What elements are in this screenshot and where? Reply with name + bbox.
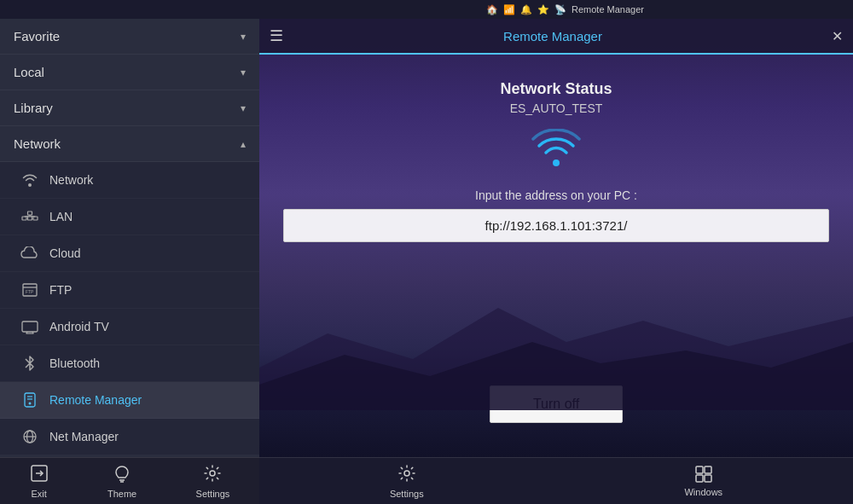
svg-rect-1 — [28, 217, 32, 220]
net-manager-icon — [20, 427, 39, 446]
sidebar-item-ftp[interactable]: FTP FTP — [0, 272, 259, 309]
remote-icon-bar: 📡 — [554, 4, 566, 15]
theme-button[interactable]: Theme — [94, 461, 150, 502]
sidebar-item-net-manager[interactable]: Net Manager — [0, 419, 259, 455]
network-ssid: ES_AUTO_TEST — [510, 101, 603, 115]
svg-rect-3 — [28, 211, 32, 215]
local-chevron: ▾ — [241, 67, 246, 78]
wifi-icon — [20, 171, 39, 189]
ftp-icon: FTP — [20, 281, 39, 299]
home-icon: 🏠 — [486, 4, 498, 15]
settings-sidebar-icon — [203, 464, 222, 487]
content-area: ☰ Remote Manager ✕ Network Status ES_AUT… — [259, 19, 853, 457]
bluetooth-label: Bluetooth — [49, 356, 100, 370]
windows-label: Windows — [684, 487, 722, 497]
lan-icon — [20, 207, 39, 226]
input-label: Input the address on your PC : — [475, 188, 637, 202]
svg-text:FTP: FTP — [26, 289, 34, 294]
tv-icon — [20, 317, 39, 336]
svg-point-21 — [553, 159, 560, 166]
star-icon: ⭐ — [537, 4, 549, 15]
network-chevron: ▴ — [241, 138, 246, 150]
sidebar: Favorite ▾ Local ▾ Library ▾ Network ▴ — [0, 19, 259, 457]
notifications-icon: 🔔 — [520, 4, 532, 15]
theme-label: Theme — [107, 489, 136, 499]
sidebar-item-lan[interactable]: LAN — [0, 199, 259, 235]
network-item-label: Network — [49, 173, 93, 187]
sidebar-section-network[interactable]: Network ▴ — [0, 126, 259, 162]
network-status-label: Network Status — [500, 80, 612, 98]
svg-rect-10 — [22, 322, 38, 332]
settings-content-button[interactable]: Settings — [369, 461, 444, 502]
turn-off-section: Turn off — [490, 385, 623, 423]
sidebar-item-cloud[interactable]: Cloud — [0, 235, 259, 272]
svg-rect-2 — [33, 217, 38, 220]
svg-point-15 — [29, 403, 32, 405]
android-tv-label: Android TV — [49, 320, 109, 333]
exit-label: Exit — [31, 489, 46, 499]
ftp-label: FTP — [49, 283, 72, 297]
network-submenu: Network LAN — [0, 162, 259, 455]
bottom-bar: Exit Theme Settings — [0, 457, 853, 504]
exit-icon — [30, 464, 49, 487]
rm-titlebar: ☰ Remote Manager ✕ — [259, 19, 853, 55]
network-section-label: Network — [14, 136, 61, 151]
rm-close-button[interactable]: ✕ — [822, 28, 843, 44]
remote-manager-icon — [20, 391, 39, 409]
rm-content: Network Status ES_AUTO_TEST Input the ad… — [259, 55, 853, 457]
local-label: Local — [14, 65, 44, 79]
sidebar-item-bluetooth[interactable]: Bluetooth — [0, 345, 259, 382]
favorite-chevron: ▾ — [241, 31, 246, 43]
rm-menu-icon[interactable]: ☰ — [270, 26, 283, 45]
sidebar-section-local[interactable]: Local ▾ — [0, 55, 259, 90]
title-bar: 🏠 📶 🔔 ⭐ 📡 Remote Manager — [0, 0, 853, 19]
windows-button[interactable]: Windows — [664, 461, 743, 501]
settings-sidebar-label: Settings — [196, 489, 230, 499]
svg-rect-31 — [705, 475, 711, 482]
net-manager-label: Net Manager — [49, 430, 119, 443]
svg-rect-30 — [696, 475, 703, 482]
ftp-address-box: ftp://192.168.1.101:3721/ — [283, 209, 829, 242]
bluetooth-icon — [20, 354, 39, 373]
library-chevron: ▾ — [241, 102, 246, 114]
sidebar-section-library[interactable]: Library ▾ — [0, 90, 259, 126]
cloud-label: Cloud — [49, 246, 81, 260]
favorite-label: Favorite — [14, 29, 60, 43]
sidebar-bottom-nav: Exit Theme Settings — [0, 457, 259, 504]
cloud-icon — [20, 244, 39, 263]
svg-rect-29 — [705, 466, 711, 473]
svg-rect-0 — [22, 217, 26, 220]
rm-title: Remote Manager — [283, 29, 822, 43]
content-bottom-nav: Settings Windows — [259, 457, 853, 504]
svg-rect-14 — [25, 393, 35, 407]
svg-point-27 — [404, 471, 409, 476]
sidebar-item-android-tv[interactable]: Android TV — [0, 309, 259, 345]
settings-sidebar-button[interactable]: Settings — [183, 461, 244, 502]
theme-icon — [113, 464, 131, 487]
settings-content-icon — [397, 464, 416, 487]
sidebar-section-favorite[interactable]: Favorite ▾ — [0, 19, 259, 55]
svg-point-26 — [210, 471, 215, 476]
lan-label: LAN — [49, 210, 73, 223]
settings-content-label: Settings — [390, 489, 424, 499]
exit-button[interactable]: Exit — [16, 461, 62, 502]
remote-manager-window: ☰ Remote Manager ✕ Network Status ES_AUT… — [259, 19, 853, 457]
wifi-status-icon — [531, 129, 582, 175]
svg-rect-28 — [696, 466, 703, 473]
remote-manager-label: Remote Manager — [49, 393, 142, 407]
sidebar-item-network[interactable]: Network — [0, 162, 259, 199]
sidebar-item-remote-manager[interactable]: Remote Manager — [0, 382, 259, 419]
network-icon: 📶 — [503, 4, 515, 15]
windows-icon — [694, 465, 713, 485]
title-bar-icons: 🏠 📶 🔔 ⭐ 📡 Remote Manager — [486, 4, 644, 15]
titlebar-text: Remote Manager — [572, 4, 644, 14]
library-label: Library — [14, 101, 53, 115]
turn-off-button[interactable]: Turn off — [490, 385, 623, 423]
